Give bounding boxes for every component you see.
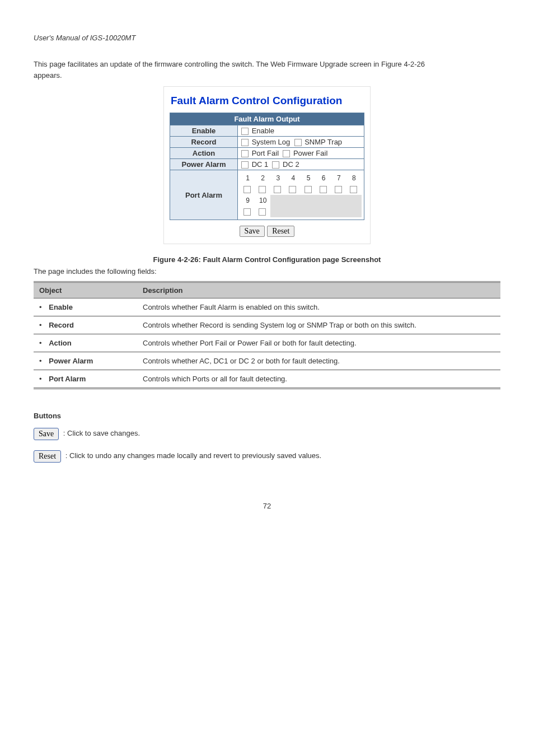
power-dc1-label: DC 1 — [252, 160, 269, 169]
record-systemlog-checkbox[interactable] — [241, 139, 249, 146]
port-num: 8 — [346, 172, 362, 184]
port-grid: 1 2 3 4 5 6 7 8 — [240, 172, 362, 217]
port-blank — [301, 195, 316, 206]
header-left: User's Manual of IGS-10020MT — [34, 34, 135, 42]
desc-obj: Enable — [49, 303, 73, 311]
figure-caption: Figure 4-2-26: Fault Alarm Control Confi… — [34, 255, 500, 264]
table-row: • Port Alarm Controls which Ports or all… — [34, 370, 500, 389]
row-label-poweralarm: Power Alarm — [170, 159, 238, 170]
port-num: 9 — [240, 195, 255, 206]
bullet-icon: • — [39, 375, 45, 383]
table-row: • Power Alarm Controls whether AC, DC1 o… — [34, 352, 500, 370]
row-label-record: Record — [170, 137, 238, 148]
port-5-checkbox[interactable] — [305, 186, 312, 193]
save-button[interactable]: Save — [240, 226, 265, 237]
table-row: • Action Controls whether Port Fail or P… — [34, 334, 500, 352]
port-blank — [270, 195, 285, 206]
reset-button[interactable]: Reset — [267, 226, 294, 237]
enable-checkbox[interactable] — [241, 128, 249, 135]
config-panel: Fault Alarm Control Configuration Fault … — [163, 86, 371, 244]
port-6-checkbox[interactable] — [320, 186, 327, 193]
port-2-checkbox[interactable] — [259, 186, 266, 193]
table-row: • Record Controls whether Record is send… — [34, 316, 500, 334]
port-num: 5 — [301, 172, 316, 184]
port-num: 2 — [255, 172, 270, 184]
desc-header-object: Object — [34, 282, 137, 298]
port-num: 1 — [240, 172, 255, 184]
port-1-checkbox[interactable] — [243, 186, 251, 193]
port-10-checkbox[interactable] — [259, 208, 266, 216]
bullet-icon: • — [39, 303, 45, 311]
port-blank — [285, 206, 301, 217]
port-8-checkbox[interactable] — [350, 186, 357, 193]
action-powerfail-checkbox[interactable] — [283, 150, 290, 157]
record-snmptrap-checkbox[interactable] — [294, 139, 302, 146]
intro-paragraph: This page facilitates an update of the f… — [34, 59, 500, 81]
bullet-icon: • — [39, 339, 45, 347]
port-blank — [285, 195, 301, 206]
power-dc1-checkbox[interactable] — [241, 161, 249, 169]
port-blank — [346, 206, 362, 217]
intro-text-2: appears. — [34, 71, 62, 80]
port-num: 10 — [255, 195, 270, 206]
page-number: 72 — [34, 502, 500, 510]
port-3-checkbox[interactable] — [274, 186, 281, 193]
table-row: • Enable Controls whether Fault Alarm is… — [34, 298, 500, 316]
port-blank — [316, 206, 331, 217]
reset-button-2[interactable]: Reset — [34, 450, 61, 463]
desc-text: Controls whether Port Fail or Power Fail… — [137, 334, 500, 352]
port-blank — [316, 195, 331, 206]
port-num: 7 — [331, 172, 346, 184]
port-blank — [270, 206, 285, 217]
row-label-action: Action — [170, 148, 238, 159]
save-button-2[interactable]: Save — [34, 428, 59, 440]
port-blank — [346, 195, 362, 206]
enable-option-label: Enable — [252, 127, 274, 135]
desc-text: Controls whether Fault Alarm is enabled … — [137, 298, 500, 316]
table-header: Fault Alarm Output — [170, 113, 364, 125]
port-num: 4 — [285, 172, 301, 184]
port-4-checkbox[interactable] — [289, 186, 296, 193]
panel-title: Fault Alarm Control Configuration — [171, 95, 364, 107]
row-label-enable: Enable — [170, 125, 238, 137]
port-7-checkbox[interactable] — [335, 186, 342, 193]
desc-obj: Action — [49, 339, 71, 347]
bullet-icon: • — [39, 321, 45, 329]
record-systemlog-label: System Log — [252, 138, 291, 146]
power-dc2-checkbox[interactable] — [272, 161, 279, 169]
buttons-heading: Buttons — [34, 412, 500, 420]
config-table: Fault Alarm Output Enable Enable Record … — [170, 113, 364, 220]
desc-obj: Power Alarm — [49, 357, 93, 365]
intro-figure-ref: Figure 4-2-26 — [381, 60, 425, 68]
reset-desc: : Click to undo any changes made locally… — [65, 452, 321, 460]
port-num: 3 — [270, 172, 285, 184]
port-blank — [331, 206, 346, 217]
action-powerfail-label: Power Fail — [293, 149, 327, 157]
description-table: Object Description • Enable Controls whe… — [34, 281, 500, 389]
record-snmptrap-label: SNMP Trap — [305, 138, 342, 146]
port-num: 6 — [316, 172, 331, 184]
intro-text: This page facilitates an update of the f… — [34, 60, 381, 68]
action-portfail-checkbox[interactable] — [241, 150, 249, 157]
port-9-checkbox[interactable] — [243, 208, 251, 216]
bullet-icon: • — [39, 357, 45, 365]
port-blank — [301, 206, 316, 217]
save-desc: : Click to save changes. — [63, 430, 140, 438]
desc-header-description: Description — [137, 282, 500, 298]
desc-obj: Record — [49, 321, 74, 329]
port-blank — [331, 195, 346, 206]
desc-obj: Port Alarm — [49, 375, 86, 383]
row-label-portalarm: Port Alarm — [170, 170, 238, 220]
action-portfail-label: Port Fail — [252, 149, 279, 157]
desc-text: Controls whether Record is sending Syste… — [137, 316, 500, 334]
power-dc2-label: DC 2 — [283, 160, 299, 169]
desc-text: Controls which Ports or all for fault de… — [137, 370, 500, 389]
desc-text: Controls whether AC, DC1 or DC 2 or both… — [137, 352, 500, 370]
figure-note: The page includes the following fields: — [34, 267, 500, 276]
